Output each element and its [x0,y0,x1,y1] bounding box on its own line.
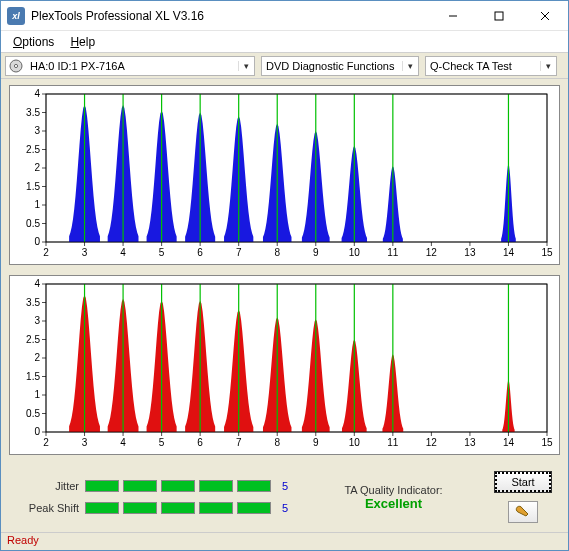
jitter-label: Jitter [17,480,79,492]
jitter-seg [123,480,157,492]
disc-icon [8,58,24,74]
svg-text:0: 0 [34,236,40,247]
statusbar: Ready [1,532,568,550]
svg-text:13: 13 [464,247,476,258]
chart-bottom-svg: 00.511.522.533.5423456789101112131415 [10,276,559,454]
start-button[interactable]: Start [494,471,552,493]
peakshift-bar [85,502,271,514]
svg-text:4: 4 [120,437,126,448]
menubar: Options Help [1,31,568,53]
ta-quality-label: TA Quality Indicator: [344,484,442,496]
svg-text:14: 14 [503,437,515,448]
bottom-panel: Jitter 5 Peak Shift [9,465,560,527]
jitter-seg [199,480,233,492]
svg-text:4: 4 [120,247,126,258]
svg-text:9: 9 [313,247,319,258]
chart-top-svg: 00.511.522.533.5423456789101112131415 [10,86,559,264]
svg-text:11: 11 [387,247,399,258]
jitter-seg [85,480,119,492]
minimize-button[interactable] [430,1,476,30]
menu-options[interactable]: Options [5,33,62,51]
chevron-down-icon: ▾ [540,61,556,71]
maximize-button[interactable] [476,1,522,30]
svg-text:1.5: 1.5 [26,371,40,382]
peakshift-seg [199,502,233,514]
options-button[interactable] [508,501,538,523]
svg-text:3: 3 [34,125,40,136]
svg-text:11: 11 [387,437,399,448]
svg-text:2: 2 [34,352,40,363]
svg-text:8: 8 [274,437,280,448]
menu-help[interactable]: Help [62,33,103,51]
svg-text:6: 6 [197,437,203,448]
peakshift-seg [237,502,271,514]
action-buttons: Start [494,471,552,523]
svg-text:2: 2 [43,437,49,448]
peakshift-seg [85,502,119,514]
svg-text:3: 3 [34,315,40,326]
jitter-seg [161,480,195,492]
svg-text:1: 1 [34,389,40,400]
svg-text:15: 15 [541,437,553,448]
svg-text:14: 14 [503,247,515,258]
ta-quality-value: Excellent [365,496,422,511]
close-button[interactable] [522,1,568,30]
chart-area: 00.511.522.533.5423456789101112131415 00… [1,79,568,532]
menu-help-label: elp [79,35,95,49]
svg-text:2: 2 [34,162,40,173]
status-text: Ready [7,534,39,546]
svg-text:3.5: 3.5 [26,297,40,308]
svg-text:3: 3 [82,437,88,448]
category-select[interactable]: DVD Diagnostic Functions ▾ [261,56,419,76]
svg-text:1: 1 [34,199,40,210]
svg-text:6: 6 [197,247,203,258]
svg-text:1.5: 1.5 [26,181,40,192]
svg-text:5: 5 [159,437,165,448]
svg-text:5: 5 [159,247,165,258]
jitter-value: 5 [277,480,293,492]
svg-text:4: 4 [34,278,40,289]
svg-text:8: 8 [274,247,280,258]
peakshift-seg [123,502,157,514]
toolbar: HA:0 ID:1 PX-716A ▾ DVD Diagnostic Funct… [1,53,568,79]
app-icon: xl [7,7,25,25]
jitter-bar [85,480,271,492]
svg-text:9: 9 [313,437,319,448]
drive-select[interactable]: HA:0 ID:1 PX-716A ▾ [5,56,255,76]
category-select-value: DVD Diagnostic Functions [262,60,398,72]
svg-text:13: 13 [464,437,476,448]
ta-quality: TA Quality Indicator: Excellent [293,484,494,511]
svg-text:10: 10 [349,247,361,258]
drive-select-value: HA:0 ID:1 PX-716A [26,60,129,72]
chevron-down-icon: ▾ [402,61,418,71]
peakshift-label: Peak Shift [17,502,79,514]
svg-text:12: 12 [426,437,438,448]
svg-text:3.5: 3.5 [26,107,40,118]
peakshift-value: 5 [277,502,293,514]
window-controls [430,1,568,30]
chart-top: 00.511.522.533.5423456789101112131415 [9,85,560,265]
svg-text:12: 12 [426,247,438,258]
menu-options-label: ptions [22,35,54,49]
svg-point-5 [14,64,17,67]
svg-text:7: 7 [236,437,242,448]
quality-bars: Jitter 5 Peak Shift [17,480,293,514]
peakshift-seg [161,502,195,514]
svg-text:3: 3 [82,247,88,258]
svg-text:7: 7 [236,247,242,258]
svg-text:15: 15 [541,247,553,258]
wrench-icon [515,504,531,521]
test-select-value: Q-Check TA Test [426,60,516,72]
svg-text:0: 0 [34,426,40,437]
svg-text:2: 2 [43,247,49,258]
svg-text:4: 4 [34,88,40,99]
chevron-down-icon: ▾ [238,61,254,71]
window-title: PlexTools Professional XL V3.16 [31,9,430,23]
chart-bottom: 00.511.522.533.5423456789101112131415 [9,275,560,455]
svg-text:2.5: 2.5 [26,144,40,155]
titlebar: xl PlexTools Professional XL V3.16 [1,1,568,31]
svg-text:10: 10 [349,437,361,448]
svg-rect-1 [495,12,503,20]
svg-text:2.5: 2.5 [26,334,40,345]
test-select[interactable]: Q-Check TA Test ▾ [425,56,557,76]
